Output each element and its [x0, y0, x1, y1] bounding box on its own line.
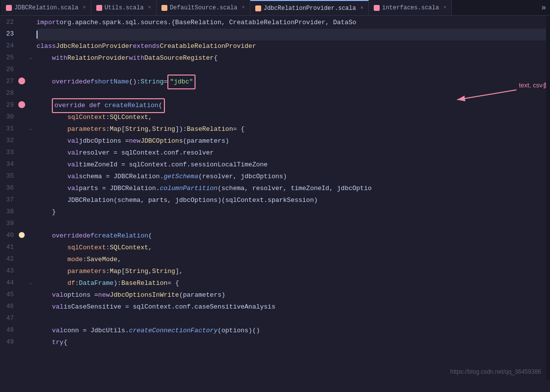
code-text: :: [75, 277, 79, 289]
code-line-27: override def shortName(): String = "jdbc…: [37, 76, 546, 88]
tab-close-icon[interactable]: ×: [148, 5, 151, 10]
code-text: org.apache.spark.sql.sources.{BaseRelati…: [60, 17, 356, 29]
tab-jdbc-relation[interactable]: JDBCRelation.scala ×: [1, 0, 91, 16]
keyword: def: [83, 76, 94, 88]
fold-25[interactable]: ⌄: [27, 54, 35, 60]
marker-40[interactable]: [17, 232, 27, 238]
code-text: =: [163, 76, 167, 88]
code-line-45: val options = new JdbcOptionsInWrite(par…: [37, 289, 546, 301]
code-text: [: [121, 123, 125, 135]
tab-default-source[interactable]: DefaultSource.scala ×: [157, 0, 250, 16]
code-text: ():: [129, 76, 140, 88]
keyword: val: [52, 325, 63, 337]
type-name: DataFrame: [79, 277, 114, 289]
indent: [37, 76, 52, 88]
param: sqlContext: [67, 242, 106, 254]
cursor: [37, 31, 38, 39]
code-text: isCaseSensitive = sqlContext.conf.caseSe…: [64, 301, 275, 313]
code-text: ):: [114, 277, 121, 289]
line-number: 32: [0, 137, 17, 144]
indent: [37, 52, 52, 64]
line-number: 40: [0, 232, 17, 239]
indent: [37, 277, 67, 289]
code-text: :: [106, 242, 110, 254]
code-text: (resolver, jdbcOptions): [198, 171, 287, 183]
fold-31[interactable]: ⌄: [27, 125, 35, 131]
code-line-47: [37, 313, 546, 325]
tab-interfaces[interactable]: interfaces.scala ×: [369, 0, 452, 16]
code-line-29: override def createRelation(: [37, 100, 546, 112]
scala-icon: [374, 5, 380, 11]
code-line-31: parameters: Map[String, String]): BaseRe…: [37, 123, 546, 135]
classname: SQLContext: [110, 242, 148, 254]
keyword: val: [67, 171, 79, 183]
tab-close-icon[interactable]: ×: [443, 5, 446, 10]
param: sqlContext: [67, 112, 106, 123]
code-area[interactable]: import org.apache.spark.sql.sources.{Bas…: [35, 16, 546, 380]
classname: Map: [110, 266, 121, 277]
code-line-48: val conn = JdbcUtils.createConnectionFac…: [37, 325, 546, 337]
gutter: 22 23 24 25⌄ 26 27 28 29 30 31⌄ 32 33 34: [0, 16, 35, 380]
code-line-32: val jdbcOptions = new JDBCOptions(parame…: [37, 135, 546, 147]
marker-29[interactable]: [17, 101, 27, 108]
code-text: ,: [148, 266, 152, 277]
line-number: 23: [0, 30, 17, 38]
scrollbar[interactable]: [546, 16, 550, 380]
tab-close-icon[interactable]: ×: [242, 5, 245, 10]
line-number: 25: [0, 54, 17, 61]
code-text: resolver = sqlContext.conf.resolver: [79, 147, 214, 159]
tab-label: JDBCRelation.scala: [14, 4, 79, 11]
classname: Map: [110, 123, 121, 135]
line-number: 47: [0, 314, 17, 322]
code-text: {: [64, 337, 68, 349]
classname: JdbcOptionsInWrite: [110, 289, 179, 301]
code-text: (parameters): [183, 135, 229, 147]
indent: [37, 242, 67, 254]
fold-44[interactable]: ⌄: [27, 279, 35, 285]
classname: String: [125, 123, 148, 135]
editor: 22 23 24 25⌄ 26 27 28 29 30 31⌄ 32 33 34: [0, 16, 550, 380]
tab-jdbc-relation-provider[interactable]: JdbcRelationProvider.scala ×: [250, 0, 369, 16]
code-text: conn = JdbcUtils.: [64, 325, 129, 337]
function-name: createRelation: [105, 102, 158, 109]
line-number: 26: [0, 66, 17, 73]
indent: [37, 159, 67, 171]
code-line-23: [37, 29, 546, 40]
warning-icon: [19, 232, 25, 238]
code-text: parts = JDBCRelation.: [79, 183, 160, 195]
tab-utils[interactable]: Utils.scala ×: [91, 0, 157, 16]
classname: CreatableRelationProvider: [160, 40, 256, 52]
line-number: 28: [0, 89, 17, 97]
keyword: class: [37, 40, 56, 52]
keyword: override: [54, 102, 85, 109]
code-text: :: [106, 112, 110, 123]
keyword: val: [67, 135, 79, 147]
classname: JDBCOptions: [141, 135, 183, 147]
code-line-24: class JdbcRelationProvider extends Creat…: [37, 40, 546, 52]
code-text: = {: [233, 123, 244, 135]
param: parameters: [67, 123, 106, 135]
code-text: ],: [175, 266, 183, 277]
code-text: ,: [118, 254, 121, 266]
code-text: JDBCRelation(schema, parts, jdbcOptions)…: [67, 195, 317, 206]
tab-overflow-button[interactable]: »: [537, 3, 550, 12]
tab-close-icon[interactable]: ×: [360, 5, 363, 11]
app-container: JDBCRelation.scala × Utils.scala × Defau…: [0, 0, 550, 380]
marker-27[interactable]: [17, 78, 27, 84]
indent: [37, 135, 67, 147]
string-boxed: "jdbc": [167, 75, 196, 89]
tab-close-icon[interactable]: ×: [83, 5, 86, 10]
classname: DataSourceRegister: [144, 52, 213, 64]
keyword: def: [89, 102, 100, 109]
indent: [37, 301, 52, 313]
keyword: override: [52, 230, 82, 242]
function-name: shortName: [94, 76, 129, 88]
code-text: :: [106, 123, 110, 135]
tab-label: interfaces.scala: [382, 4, 439, 11]
code-text: schema = JDBCRelation.: [79, 171, 164, 183]
keyword: val: [52, 289, 63, 301]
keyword: override: [52, 76, 82, 88]
tab-label: Utils.scala: [105, 4, 144, 11]
string-value: "jdbc": [170, 78, 193, 85]
keyword: def: [83, 230, 94, 242]
